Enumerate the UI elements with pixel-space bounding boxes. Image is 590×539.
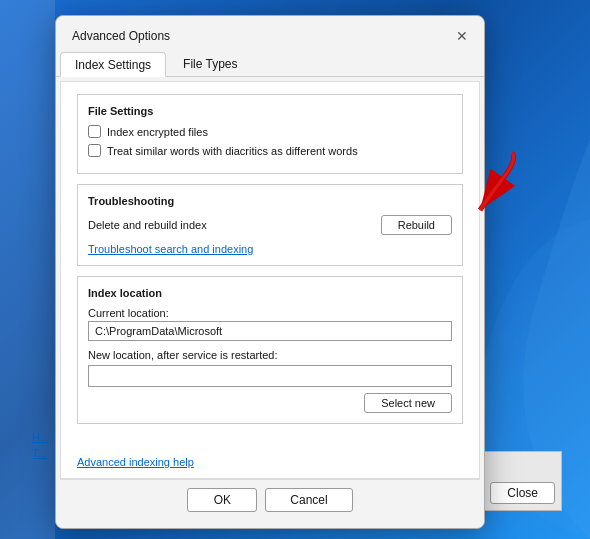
tab-file-types[interactable]: File Types [168, 52, 252, 76]
current-location-label: Current location: [88, 307, 452, 319]
cancel-button[interactable]: Cancel [265, 488, 352, 512]
dialog-title-bar: Advanced Options ✕ [56, 16, 484, 48]
advanced-indexing-link[interactable]: Advanced indexing help [77, 456, 463, 468]
checkbox-row-encrypted: Index encrypted files [88, 125, 452, 138]
file-settings-section: File Settings Index encrypted files Trea… [77, 94, 463, 174]
tab-bar: Index Settings File Types [56, 48, 484, 77]
left-links: H... T... [32, 431, 49, 459]
new-location-label: New location, after service is restarted… [88, 349, 452, 361]
dialog-title: Advanced Options [72, 29, 170, 43]
dialog-footer-outer: OK Cancel [56, 479, 484, 528]
left-link-2[interactable]: T... [32, 447, 49, 459]
dialog-close-button[interactable]: ✕ [452, 26, 472, 46]
advanced-options-dialog: Advanced Options ✕ Index Settings File T… [55, 15, 485, 529]
rebuild-button[interactable]: Rebuild [381, 215, 452, 235]
dialog-body: File Settings Index encrypted files Trea… [60, 81, 480, 479]
close-panel-button[interactable]: Close [490, 482, 555, 504]
checkbox-encrypted-label: Index encrypted files [107, 126, 208, 138]
checkbox-diacritics[interactable] [88, 144, 101, 157]
troubleshooting-legend: Troubleshooting [88, 195, 452, 207]
checkbox-encrypted[interactable] [88, 125, 101, 138]
troubleshooting-section: Troubleshooting Delete and rebuild index… [77, 184, 463, 266]
tab-content-index-settings: File Settings Index encrypted files Trea… [61, 82, 479, 446]
left-link-1[interactable]: H... [32, 431, 49, 443]
rebuild-row: Delete and rebuild index Rebuild [88, 215, 452, 235]
select-new-button[interactable]: Select new [364, 393, 452, 413]
new-location-input[interactable] [88, 365, 452, 387]
dialog-footer: OK Cancel [60, 479, 480, 520]
file-settings-legend: File Settings [88, 105, 452, 117]
ok-button[interactable]: OK [187, 488, 257, 512]
rebuild-label: Delete and rebuild index [88, 219, 207, 231]
checkbox-diacritics-label: Treat similar words with diacritics as d… [107, 145, 358, 157]
index-location-legend: Index location [88, 287, 452, 299]
select-new-row: Select new [88, 393, 452, 413]
tab-index-settings[interactable]: Index Settings [60, 52, 166, 77]
index-location-section: Index location Current location: C:\Prog… [77, 276, 463, 424]
current-location-value: C:\ProgramData\Microsoft [88, 321, 452, 341]
advanced-link-row: Advanced indexing help [61, 446, 479, 478]
checkbox-row-diacritics: Treat similar words with diacritics as d… [88, 144, 452, 157]
troubleshoot-link[interactable]: Troubleshoot search and indexing [88, 243, 452, 255]
